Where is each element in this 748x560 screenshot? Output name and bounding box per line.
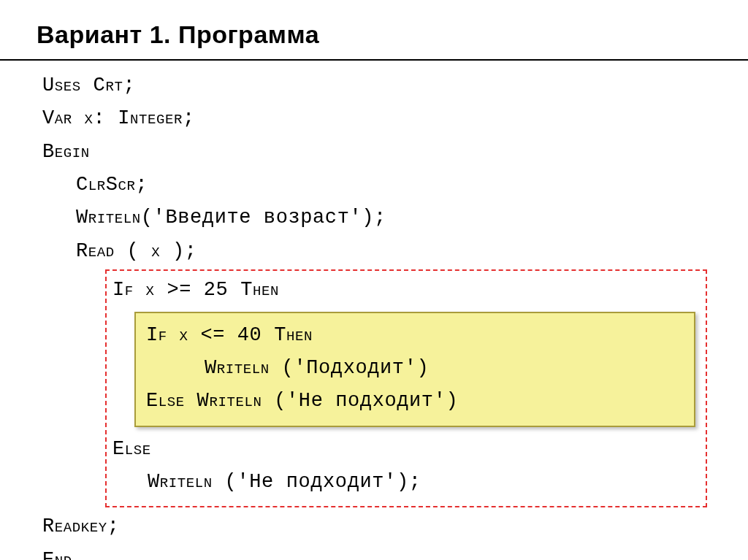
code-line: Readkey; — [42, 510, 748, 543]
code-line: ClrScr; — [42, 169, 748, 202]
code-line: Writeln ('Не подходит'); — [112, 466, 695, 499]
code-fragment: Else Writeln (' — [146, 390, 299, 412]
string-literal: Введите возраст — [165, 207, 349, 229]
code-line: Else Writeln ('Не подходит') — [146, 385, 684, 418]
code-line: Writeln ('Подходит') — [146, 352, 684, 385]
inner-if-highlight: If x <= 40 Then Writeln ('Подходит') Els… — [134, 312, 695, 427]
string-literal: Не подходит — [299, 390, 434, 412]
code-fragment: '); — [349, 207, 386, 229]
code-line: Else — [112, 433, 695, 466]
code-line: Writeln('Введите возраст'); — [42, 202, 748, 234]
code-line: Var x: Integer; — [42, 102, 748, 135]
string-literal: Подходит — [306, 357, 404, 379]
code-line: If x >= 25 Then — [112, 274, 695, 307]
code-fragment: ') — [434, 390, 459, 412]
code-fragment: Writeln (' — [205, 357, 306, 379]
code-line: If x <= 40 Then — [146, 319, 684, 352]
title-divider — [0, 59, 748, 61]
code-fragment: ') — [405, 357, 430, 379]
code-fragment: Writeln(' — [76, 207, 165, 229]
code-line: Uses Crt; — [42, 69, 748, 102]
code-fragment: Writeln (' — [148, 471, 249, 493]
slide: Вариант 1. Программа Uses Crt; Var x: In… — [0, 0, 748, 560]
code-line: Read ( x ); — [42, 235, 748, 268]
code-block: Uses Crt; Var x: Integer; Begin ClrScr; … — [0, 65, 748, 560]
code-line: End. — [42, 544, 748, 560]
outer-if-highlight: If x >= 25 Then If x <= 40 Then Writeln … — [105, 269, 707, 507]
code-line: Begin — [42, 136, 748, 169]
string-literal: Не подходит — [249, 471, 384, 493]
code-fragment: '); — [384, 471, 421, 493]
page-title: Вариант 1. Программа — [0, 0, 748, 59]
